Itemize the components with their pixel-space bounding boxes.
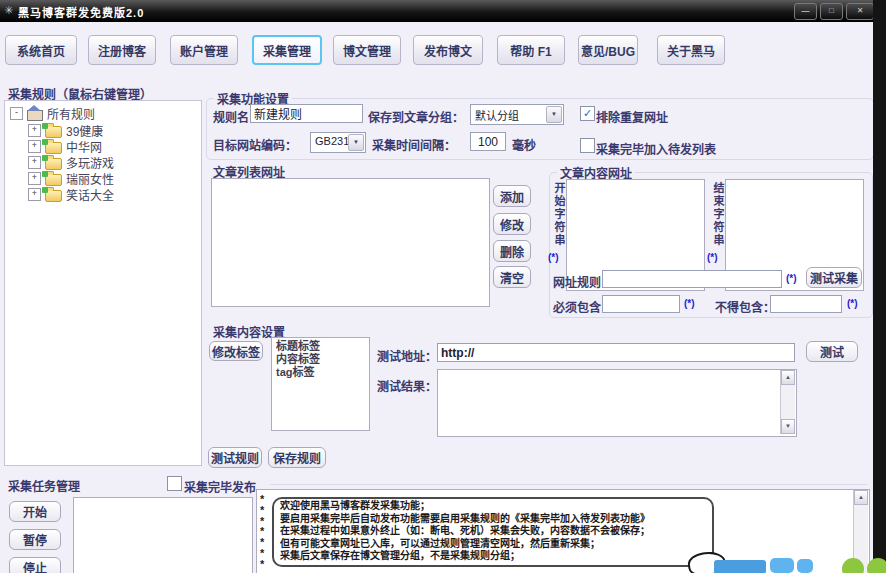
- tab-account-manage[interactable]: 账户管理: [170, 35, 238, 65]
- chevron-down-icon[interactable]: ▼: [348, 134, 364, 151]
- tree-item-label[interactable]: 瑞丽女性: [66, 170, 114, 187]
- must-include-input[interactable]: [602, 295, 680, 313]
- interval-label: 采集时间间隔：: [372, 136, 456, 153]
- tags-listbox[interactable]: 标题标签 内容标签 tag标签: [271, 337, 370, 431]
- folder-icon: [45, 190, 62, 202]
- window-controls: — □ ✕: [794, 3, 874, 20]
- delete-button[interactable]: 删除: [493, 240, 531, 262]
- list-urls-listbox[interactable]: [211, 178, 490, 307]
- test-url-input[interactable]: [437, 343, 795, 362]
- expand-icon[interactable]: +: [28, 124, 41, 137]
- test-rule-button[interactable]: 测试规则: [208, 447, 262, 468]
- tree-item-zhonghua[interactable]: + 中华网: [28, 138, 102, 155]
- url-rule-input[interactable]: [602, 270, 782, 288]
- save-group-label: 保存到文章分组：: [368, 108, 464, 125]
- tree-item-duowan[interactable]: + 多玩游戏: [28, 154, 114, 171]
- tab-help[interactable]: 帮助 F1: [497, 35, 565, 65]
- publish-checkbox-label: 采集完毕发布: [184, 478, 256, 495]
- edit-tags-button[interactable]: 修改标签: [209, 341, 263, 361]
- save-group-select[interactable]: 默认分组 ▼: [470, 104, 564, 125]
- tab-collect-manage[interactable]: 采集管理: [252, 35, 322, 65]
- chevron-down-icon[interactable]: ▼: [546, 106, 562, 123]
- dedup-checkbox-label: 排除重复网址: [596, 108, 668, 125]
- start-button[interactable]: 开始: [9, 501, 61, 522]
- must-include-star: (*): [684, 298, 695, 309]
- arrow-down-icon[interactable]: ▼: [781, 419, 795, 434]
- watermark-blue-blob: [797, 559, 813, 573]
- tree-item-ruili[interactable]: + 瑞丽女性: [28, 170, 114, 187]
- tab-about[interactable]: 关于黑马: [657, 35, 725, 65]
- folder-icon: [45, 126, 62, 138]
- arrow-up-icon[interactable]: ▲: [781, 370, 795, 385]
- tag-item-tag[interactable]: tag标签: [274, 366, 367, 379]
- tips-text: 欢迎使用黑马博客群发采集功能； 要启用采集完毕后自动发布功能需要启用采集规则的《…: [280, 500, 650, 563]
- tree-item-label[interactable]: 多玩游戏: [66, 154, 114, 171]
- must-exclude-label: 不得包含：: [715, 298, 775, 315]
- maximize-button[interactable]: □: [820, 3, 843, 20]
- save-rule-button[interactable]: 保存规则: [268, 447, 326, 468]
- url-rule-star: (*): [786, 273, 797, 284]
- must-exclude-star: (*): [847, 298, 858, 309]
- task-listbox[interactable]: [73, 497, 253, 573]
- test-collect-button[interactable]: 测试采集: [806, 267, 862, 288]
- publish-checkbox[interactable]: [167, 476, 182, 491]
- dedup-checkbox[interactable]: ✓: [580, 106, 595, 121]
- tip-line: 在采集过程中如果意外终止（如：断电、死机）采集会失败，内容数据不会被保存；: [280, 525, 650, 538]
- watermark-blue-bar: [714, 560, 766, 573]
- expand-icon[interactable]: +: [28, 156, 41, 169]
- tab-post-manage[interactable]: 博文管理: [333, 35, 401, 65]
- tip-line: 欢迎使用黑马博客群发采集功能；: [280, 500, 650, 513]
- interval-input[interactable]: [470, 132, 506, 151]
- task-panel-title: 采集任务管理: [8, 477, 80, 494]
- tree-item-xiaohua[interactable]: + 笑话大全: [28, 186, 114, 203]
- screen-edge: [873, 0, 886, 573]
- tab-system-home[interactable]: 系统首页: [5, 35, 77, 65]
- watermark-green-circle: [867, 558, 886, 573]
- minimize-button[interactable]: —: [794, 3, 817, 20]
- end-string-label: 结束字符串: [710, 182, 726, 247]
- close-icon: ✕: [857, 6, 864, 15]
- tree-item-39health[interactable]: + 39健康: [28, 122, 103, 139]
- test-button[interactable]: 测试: [806, 341, 858, 362]
- edit-button[interactable]: 修改: [493, 213, 531, 235]
- tag-item-content[interactable]: 内容标签: [274, 353, 367, 366]
- expand-icon[interactable]: +: [28, 140, 41, 153]
- expand-icon[interactable]: +: [28, 172, 41, 185]
- test-result-box[interactable]: [437, 369, 797, 437]
- expand-icon[interactable]: +: [28, 188, 41, 201]
- tree-item-label[interactable]: 39健康: [66, 122, 103, 139]
- tree-item-label[interactable]: 笑话大全: [66, 186, 114, 203]
- window-title: 黑马博客群发免费版2.0: [18, 4, 144, 20]
- pending-checkbox[interactable]: [580, 138, 595, 153]
- stop-button[interactable]: 停止: [9, 557, 61, 573]
- home-icon: [27, 110, 43, 121]
- collapse-icon[interactable]: -: [10, 107, 23, 120]
- tab-register-blog[interactable]: 注册博客: [88, 35, 156, 65]
- minimize-icon: —: [802, 6, 810, 15]
- test-url-label: 测试地址：: [377, 347, 437, 364]
- test-result-scrollbar[interactable]: ▲ ▼: [780, 370, 795, 434]
- tree-item-label[interactable]: 中华网: [66, 138, 102, 155]
- clear-button[interactable]: 清空: [493, 266, 531, 288]
- tag-item-title[interactable]: 标题标签: [274, 340, 367, 353]
- folder-icon: [45, 142, 62, 154]
- interval-unit-label: 毫秒: [512, 136, 536, 153]
- encoding-select[interactable]: GB2312 ▼: [310, 132, 366, 153]
- app-window: ✳ 黑马博客群发免费版2.0 — □ ✕ 系统首页 注册博客 账户管理 采集管理…: [0, 0, 886, 573]
- check-icon: ✓: [583, 107, 592, 119]
- pause-button[interactable]: 暂停: [9, 529, 61, 550]
- tree-root[interactable]: - 所有规则: [10, 105, 95, 122]
- encoding-label: 目标网站编码：: [213, 136, 297, 153]
- rule-name-input[interactable]: [250, 104, 363, 123]
- tab-publish-post[interactable]: 发布博文: [413, 35, 483, 65]
- tree-root-label[interactable]: 所有规则: [47, 105, 95, 122]
- arrow-up-icon[interactable]: ▲: [854, 490, 868, 505]
- tab-feedback[interactable]: 意见/BUG: [578, 35, 638, 65]
- add-button[interactable]: 添加: [493, 185, 531, 207]
- close-button[interactable]: ✕: [846, 3, 874, 20]
- must-exclude-input[interactable]: [770, 295, 842, 313]
- pending-checkbox-label: 采集完毕加入待发列表: [596, 140, 716, 157]
- tip-line: 要启用采集完毕后自动发布功能需要启用采集规则的《采集完毕加入待发列表功能》: [280, 513, 650, 526]
- watermark-green-circle: [842, 558, 864, 573]
- save-group-value: 默认分组: [475, 107, 519, 123]
